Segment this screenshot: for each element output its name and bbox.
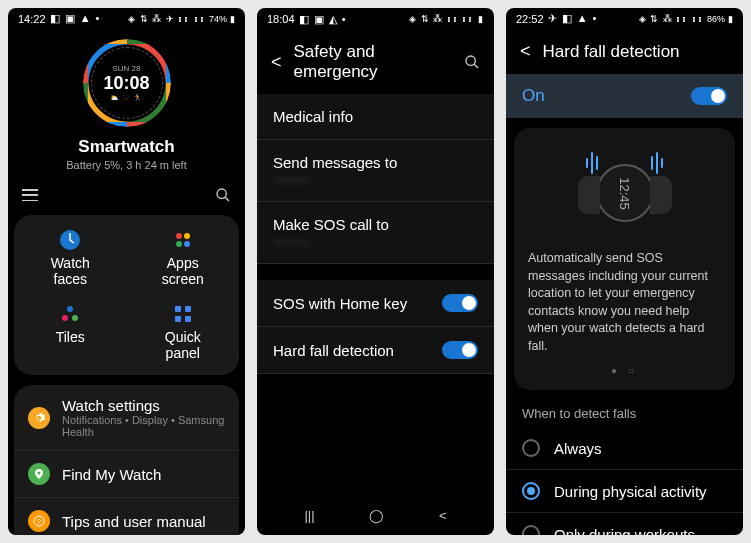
status-battery: 74% <box>209 14 227 24</box>
status-notif-icons: ✈ ◧ ▲ • <box>548 12 598 25</box>
back-button[interactable]: < <box>439 508 447 523</box>
make-sos-label: Make SOS call to <box>273 216 389 233</box>
quick-panel-icon <box>172 303 194 325</box>
radio-checked-icon <box>522 482 540 500</box>
svg-point-4 <box>184 233 190 239</box>
wearable-home-screen: 14:22 ◧ ▣ ▲ • ◈ ⇅ ⁂ ✈ ⫾⫾ ⫾⫾ 74% ▮ SUN 28… <box>8 8 245 535</box>
quick-panel-tile[interactable]: Quick panel <box>127 303 240 361</box>
make-sos-item[interactable]: Make SOS call to ——— <box>257 202 494 264</box>
watch-faces-icon <box>59 229 81 251</box>
card-description: Automatically send SOS messages includin… <box>528 250 721 355</box>
radio-icon <box>522 439 540 457</box>
status-notif-icons: ◧ ▣ ▲ • <box>50 12 101 25</box>
tiles-tile[interactable]: Tiles <box>14 303 127 361</box>
page-indicator: ● ○ <box>528 365 721 376</box>
device-name: Smartwatch <box>78 137 174 157</box>
hard-fall-detection-screen: 22:52 ✈ ◧ ▲ • ◈ ⇅ ⁂ ⫾⫾ ⫾⫾ 86% ▮ < Hard f… <box>506 8 743 535</box>
status-system-icons: ◈ ⇅ ⁂ ⫾⫾ ⫾⫾ ▮ <box>409 14 484 24</box>
recents-button[interactable]: ||| <box>304 508 314 523</box>
search-icon[interactable] <box>464 54 480 70</box>
toolbar <box>8 179 245 211</box>
search-icon[interactable] <box>215 187 231 203</box>
battery-info: Battery 5%, 3 h 24 m left <box>66 159 186 171</box>
tiles-label: Tiles <box>56 329 85 345</box>
hard-fall-label: Hard fall detection <box>273 342 394 359</box>
page-title: Hard fall detection <box>543 42 729 62</box>
sound-wave-icon <box>586 146 598 174</box>
safety-emergency-screen: 18:04 ◧ ▣ ◭ • ◈ ⇅ ⁂ ⫾⫾ ⫾⫾ ▮ < Safety and… <box>257 8 494 535</box>
sos-home-key-toggle[interactable] <box>442 294 478 312</box>
find-my-watch-item[interactable]: Find My Watch <box>14 451 239 498</box>
svg-point-0 <box>217 189 226 198</box>
quick-tiles: Watch faces Apps screen Tiles Quick pane… <box>14 215 239 375</box>
option-always[interactable]: Always <box>506 427 743 470</box>
watch-illustration: 12:45 <box>528 146 721 236</box>
tips-item[interactable]: ? Tips and user manual <box>14 498 239 535</box>
option-during-activity[interactable]: During physical activity <box>506 470 743 513</box>
option-only-workouts-label: Only during workouts <box>554 526 695 536</box>
svg-rect-12 <box>175 316 181 322</box>
section-label: When to detect falls <box>506 400 743 427</box>
apps-screen-tile[interactable]: Apps screen <box>127 229 240 287</box>
send-messages-label: Send messages to <box>273 154 397 171</box>
status-time: 18:04 <box>267 13 295 25</box>
watch-settings-title: Watch settings <box>62 397 225 414</box>
screen-header: < Safety and emergency <box>257 30 494 94</box>
watch-faces-tile[interactable]: Watch faces <box>14 229 127 287</box>
find-my-watch-label: Find My Watch <box>62 466 161 483</box>
svg-point-8 <box>62 315 68 321</box>
status-bar: 18:04 ◧ ▣ ◭ • ◈ ⇅ ⁂ ⫾⫾ ⫾⫾ ▮ <box>257 8 494 30</box>
svg-rect-11 <box>185 306 191 312</box>
watch-complications: ⛅ ♡ 🏃 <box>110 94 143 102</box>
settings-list: Watch settings Notifications • Display •… <box>14 385 239 535</box>
home-button[interactable]: ◯ <box>369 508 384 523</box>
radio-icon <box>522 525 540 535</box>
watch-screen-time: 12:45 <box>617 177 632 210</box>
menu-icon[interactable] <box>22 189 38 201</box>
watch-preview[interactable]: SUN 28 10:08 ⛅ ♡ 🏃 Smartwatch Battery 5%… <box>8 29 245 179</box>
option-only-workouts[interactable]: Only during workouts <box>506 513 743 535</box>
sos-home-key-label: SOS with Home key <box>273 295 407 312</box>
back-icon[interactable]: < <box>520 41 531 62</box>
status-battery: 86% <box>707 14 725 24</box>
screen-header: < Hard fall detection <box>506 29 743 74</box>
svg-rect-13 <box>185 316 191 322</box>
info-icon: ? <box>28 510 50 532</box>
info-group: Medical info Send messages to ——— Make S… <box>257 94 494 264</box>
back-icon[interactable]: < <box>271 52 282 73</box>
status-time: 22:52 <box>516 13 544 25</box>
svg-text:?: ? <box>37 518 41 525</box>
on-label: On <box>522 86 545 106</box>
status-system-icons: ◈ ⇅ ⁂ ⫾⫾ ⫾⫾ <box>639 14 704 24</box>
hard-fall-toggle[interactable] <box>442 341 478 359</box>
watch-settings-item[interactable]: Watch settings Notifications • Display •… <box>14 385 239 451</box>
svg-point-3 <box>176 233 182 239</box>
tips-label: Tips and user manual <box>62 513 206 530</box>
watch-body-icon: 12:45 <box>596 164 654 222</box>
hard-fall-item[interactable]: Hard fall detection <box>257 327 494 374</box>
send-messages-item[interactable]: Send messages to ——— <box>257 140 494 202</box>
medical-info-label: Medical info <box>273 108 353 125</box>
watch-settings-sub: Notifications • Display • Samsung Health <box>62 414 225 438</box>
watch-faces-label: Watch faces <box>51 255 90 287</box>
watch-date: SUN 28 <box>112 64 140 73</box>
svg-point-9 <box>72 315 78 321</box>
battery-icon: ▮ <box>230 14 235 24</box>
make-sos-value: ——— <box>273 235 309 249</box>
master-toggle[interactable] <box>691 87 727 105</box>
medical-info-item[interactable]: Medical info <box>257 94 494 140</box>
battery-icon: ▮ <box>728 14 733 24</box>
apps-screen-label: Apps screen <box>162 255 204 287</box>
location-icon <box>28 463 50 485</box>
sos-home-key-item[interactable]: SOS with Home key <box>257 280 494 327</box>
status-system-icons: ◈ ⇅ ⁂ ✈ ⫾⫾ ⫾⫾ <box>128 14 206 24</box>
status-bar: 22:52 ✈ ◧ ▲ • ◈ ⇅ ⁂ ⫾⫾ ⫾⫾ 86% ▮ <box>506 8 743 29</box>
svg-line-1 <box>225 197 229 201</box>
status-bar: 14:22 ◧ ▣ ▲ • ◈ ⇅ ⁂ ✈ ⫾⫾ ⫾⫾ 74% ▮ <box>8 8 245 29</box>
svg-point-16 <box>466 56 475 65</box>
master-toggle-row[interactable]: On <box>506 74 743 118</box>
svg-line-17 <box>474 64 478 68</box>
svg-point-6 <box>184 241 190 247</box>
svg-rect-10 <box>175 306 181 312</box>
svg-point-5 <box>176 241 182 247</box>
